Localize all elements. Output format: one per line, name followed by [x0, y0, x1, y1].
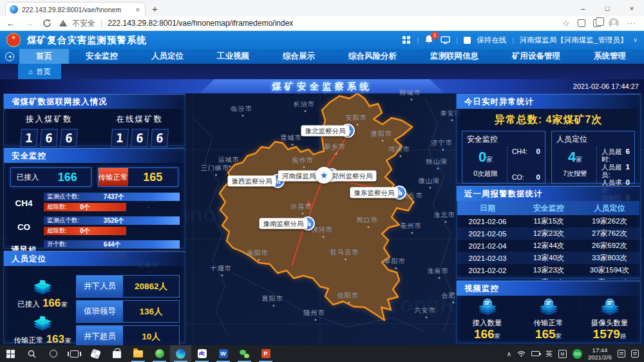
map-marker-label[interactable]: 豫南监察分局: [260, 218, 308, 229]
task-view-icon[interactable]: [64, 345, 85, 362]
map-city-label: 随州市: [304, 309, 325, 318]
map-city-label: 安阳市: [346, 113, 367, 122]
map-city-label: 新乡市: [325, 142, 346, 151]
nav-item-5[interactable]: 综合展示: [266, 49, 332, 64]
user-account-label[interactable]: 河南煤监局【河南煤监_管理员】: [520, 35, 627, 45]
sensor-row-ch4: CH4 监测点个数:7437个 超限数:0个: [4, 193, 185, 213]
map-city-label: 运城市: [218, 155, 240, 164]
collections-icon[interactable]: [578, 19, 585, 27]
video-stat-unit: 家: [495, 332, 501, 339]
monitor-count-bar: 监测点个数:3526个: [44, 216, 180, 225]
map-city-label: 周口市: [357, 216, 378, 225]
favorite-star-icon[interactable]: ☆: [562, 19, 570, 28]
minimize-button[interactable]: –: [571, 0, 595, 16]
nav-item-4[interactable]: 工业视频: [200, 49, 266, 64]
keep-online-checkbox[interactable]: [464, 37, 471, 44]
nav-collapse-icon[interactable]: ◂: [0, 52, 19, 61]
panel-safety-monitoring: 安全监控 已接入 166 传输正常 165 CH4 监测点个数:7437个 超限…: [3, 148, 185, 249]
file-explorer-icon[interactable]: [128, 345, 149, 362]
week-cell: 33家803次: [580, 253, 639, 263]
nav-item-6[interactable]: 综合风险分析: [332, 49, 413, 64]
ime-language-indicator[interactable]: 英: [545, 349, 553, 359]
pinwheel-app-icon[interactable]: [85, 345, 106, 362]
back-button[interactable]: ←: [5, 18, 17, 28]
taskbar-clock[interactable]: 17:44 2021/2/6: [588, 347, 612, 361]
browser-tab[interactable]: 222.143.29.82:8001/vae/hnonem ×: [5, 2, 146, 16]
taskbar-search-icon[interactable]: [21, 345, 43, 362]
map-marker-label[interactable]: 豫西监察分局: [228, 176, 276, 187]
connected-mines-group: 接入煤矿数 1 6 6: [4, 114, 95, 147]
table-row: 值班领导136人: [76, 300, 180, 323]
ime-mode-icon[interactable]: M: [558, 350, 567, 358]
nav-item-3[interactable]: 人员定位: [135, 49, 200, 64]
map-marker-label[interactable]: 豫北监察分局: [301, 126, 350, 137]
address-bar[interactable]: ! 不安全 | 222.143.29.82:8001/vae/hnonemap/…: [59, 18, 556, 29]
wifi-icon[interactable]: [517, 350, 526, 357]
powerpoint-icon[interactable]: P: [255, 345, 276, 362]
video-stat-label: 接入数量: [473, 318, 502, 328]
nav-item-7[interactable]: 监测联网信息: [413, 49, 495, 64]
anomaly-total: 异常总数: 4家煤矿7次: [457, 109, 640, 131]
normal-value: 165: [128, 171, 178, 184]
nav-item-1[interactable]: 首页: [19, 49, 69, 64]
stat-label: 传输正常: [14, 336, 43, 344]
nav-item-2[interactable]: 安全监控: [69, 49, 135, 64]
over-limit-bar: 超限数:0个: [44, 203, 126, 211]
notes-tray-icon[interactable]: [618, 350, 625, 357]
url-text[interactable]: 222.143.29.82:8001/vae/hnonemap/iframede…: [108, 19, 293, 28]
person-connected-stat: 已接入 166家: [17, 279, 68, 310]
tab-groups-icon[interactable]: [593, 19, 601, 27]
battery-icon[interactable]: [531, 351, 540, 356]
map-city-label: 淮北市: [434, 211, 455, 220]
green-browser-icon[interactable]: [149, 345, 170, 362]
sensor-name: CH4: [4, 198, 44, 208]
close-button[interactable]: ×: [620, 0, 644, 16]
map-city-label: 六安市: [415, 306, 436, 315]
header-separator: |: [512, 36, 514, 44]
video-stat-value: 165家: [535, 328, 562, 343]
new-tab-button[interactable]: +: [152, 3, 158, 14]
map-marker-label[interactable]: 郑州监察分局: [328, 171, 377, 182]
health-app-badge[interactable]: 69: [573, 349, 582, 359]
microsoft-store-icon[interactable]: [106, 345, 128, 362]
chevron-down-icon[interactable]: ∨: [633, 37, 638, 43]
week-cell: 30家1594次: [580, 265, 639, 275]
stat-value: 163: [46, 333, 64, 345]
wechat-icon[interactable]: [234, 345, 255, 362]
camera-platform-icon: [538, 298, 560, 318]
qr-grid-icon[interactable]: [402, 36, 411, 44]
week-cell: 11家15次: [518, 216, 580, 226]
week-cell: 13家23次: [518, 265, 580, 275]
system-tray: ∧ 英 M 69 17:44 2021/2/6: [507, 347, 644, 361]
nav-item-8[interactable]: 矿用设备管理: [495, 49, 577, 64]
start-button[interactable]: [0, 345, 21, 362]
profile-avatar[interactable]: [609, 18, 619, 28]
notification-badge: 1: [431, 32, 439, 39]
maximize-button[interactable]: □: [595, 0, 620, 16]
notification-center-icon[interactable]: [631, 350, 639, 357]
digit-box: 6: [151, 129, 169, 147]
xunlei-icon[interactable]: [191, 345, 213, 362]
online-mines-group: 在线煤矿数 1 6 6: [95, 114, 185, 147]
map-marker-label[interactable]: 河南煤监局: [278, 171, 320, 182]
week-table-row: 2021-02-0313家40次33家803次: [457, 252, 639, 264]
hq-star-marker-icon[interactable]: ★: [316, 167, 332, 184]
week-table-body[interactable]: 2021-02-0611家15次19家262次2021-02-0512家23次2…: [457, 215, 639, 280]
tab-close-icon[interactable]: ×: [135, 6, 141, 14]
notification-bell-icon[interactable]: 1: [424, 35, 435, 45]
refresh-icon[interactable]: [41, 19, 53, 28]
today-person-box: 人员定位 4家 7次报警 人员超时:6 人员超员:1 人员求救:0 限制区域:0: [551, 131, 635, 184]
monitor-icon[interactable]: [440, 36, 450, 44]
edge-browser-icon[interactable]: [170, 345, 191, 362]
over-limit-bar: 超限数:0个: [44, 227, 126, 235]
nav-item-9[interactable]: 系统管理: [577, 49, 643, 64]
fan-on-bar: 开个数:644个: [44, 240, 180, 249]
not-secure-warning-icon: !: [59, 20, 67, 26]
word-icon[interactable]: W: [213, 345, 234, 362]
breadcrumb-tab-home[interactable]: ⌂ 首页: [18, 64, 61, 79]
tray-chevron-icon[interactable]: ∧: [507, 350, 511, 357]
map-city-label: 晋城市: [281, 133, 302, 142]
map-marker-label[interactable]: 豫东监察分局: [350, 187, 399, 198]
cortana-icon[interactable]: [43, 345, 64, 362]
menu-ellipsis-icon[interactable]: ···: [627, 19, 636, 28]
